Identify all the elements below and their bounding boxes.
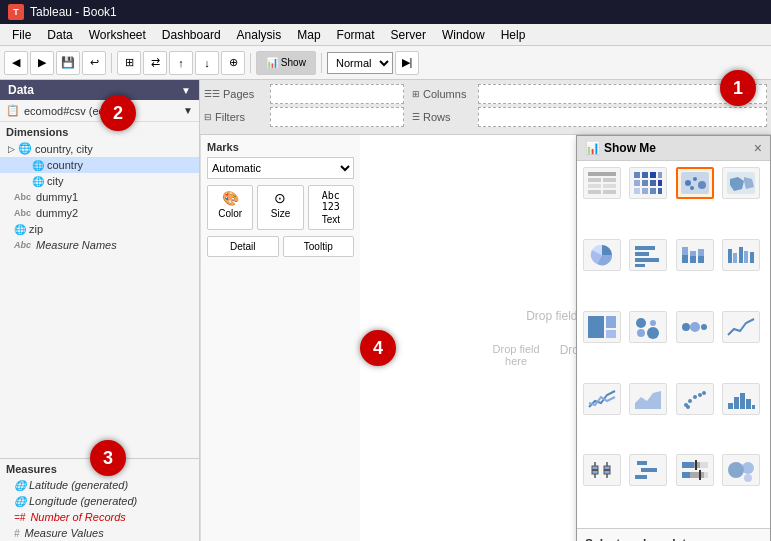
svg-point-22 [698, 181, 706, 189]
svg-rect-0 [588, 172, 616, 176]
svg-rect-38 [739, 247, 743, 263]
dim-country-city-label: country, city [35, 143, 93, 155]
filters-shelf-row: ⊟ Filters [204, 107, 404, 127]
dim-zip[interactable]: 🌐 zip [0, 221, 199, 237]
new-worksheet-button[interactable]: ⊞ [117, 51, 141, 75]
marks-color-btn[interactable]: 🎨 Color [207, 185, 253, 230]
chart-histogram[interactable] [722, 383, 760, 415]
toolbar-extra[interactable]: ▶| [395, 51, 419, 75]
dim-dummy1-label: dummy1 [36, 191, 78, 203]
marks-text-btn[interactable]: Abc123 Text [308, 185, 354, 230]
chart-packed-bubble[interactable] [722, 454, 760, 486]
show-me-close-button[interactable]: × [754, 140, 762, 156]
measure-values-label: Measure Values [25, 527, 104, 539]
abc-icon-measure-names: Abc [14, 240, 31, 250]
shelf-area: ☰☰ Pages ⊟ Filters [200, 80, 771, 135]
chart-bullet[interactable] [676, 454, 714, 486]
svg-rect-31 [682, 247, 688, 255]
chart-text-table[interactable] [583, 167, 621, 199]
menu-map[interactable]: Map [289, 26, 328, 44]
menu-window[interactable]: Window [434, 26, 493, 44]
dim-measure-names[interactable]: Abc Measure Names [0, 237, 199, 253]
dim-country[interactable]: 🌐 country [0, 157, 199, 173]
dim-country-city[interactable]: ▷ 🌐 country, city [0, 140, 199, 157]
svg-rect-71 [635, 475, 647, 479]
chart-gantt[interactable] [629, 454, 667, 486]
group-button[interactable]: ⊕ [221, 51, 245, 75]
svg-rect-16 [642, 188, 648, 194]
chart-horz-bar[interactable] [629, 239, 667, 271]
undo-button[interactable]: ↩ [82, 51, 106, 75]
swap-button[interactable]: ⇄ [143, 51, 167, 75]
sort-asc-button[interactable]: ↑ [169, 51, 193, 75]
left-panel-spacer [0, 253, 199, 454]
svg-rect-17 [650, 188, 656, 194]
chart-circle[interactable] [629, 311, 667, 343]
dim-city[interactable]: 🌐 city [0, 173, 199, 189]
chart-scatter[interactable] [676, 383, 714, 415]
annotation-4: 4 [360, 330, 396, 366]
toolbar-sep1 [111, 53, 112, 73]
menu-server[interactable]: Server [383, 26, 434, 44]
chart-stacked-bar[interactable] [676, 239, 714, 271]
menu-file[interactable]: File [4, 26, 39, 44]
marks-buttons-grid: 🎨 Color ⊙ Size Abc123 Text [207, 185, 354, 230]
svg-rect-35 [698, 249, 704, 256]
sort-desc-button[interactable]: ↓ [195, 51, 219, 75]
back-button[interactable]: ◀ [4, 51, 28, 75]
marks-type-select[interactable]: Automatic [207, 157, 354, 179]
chart-box[interactable] [583, 454, 621, 486]
svg-rect-6 [603, 190, 616, 194]
data-label: Data [8, 83, 34, 97]
chart-dual-line[interactable] [583, 383, 621, 415]
chart-side-bar[interactable] [722, 239, 760, 271]
globe-icon-country: 🌐 [32, 160, 44, 171]
filters-drop-zone[interactable] [270, 107, 404, 127]
marks-detail-btn[interactable]: Detail [207, 236, 279, 257]
chart-heat-map[interactable] [629, 167, 667, 199]
show-me-footer: Select or drag data Use the Shift or Ctr… [577, 528, 770, 541]
save-button[interactable]: 💾 [56, 51, 80, 75]
chart-treemap[interactable] [583, 311, 621, 343]
menu-worksheet[interactable]: Worksheet [81, 26, 154, 44]
data-source-expand: ▼ [183, 105, 193, 116]
rows-drop-zone[interactable] [478, 107, 767, 127]
marks-header: Marks [207, 141, 354, 153]
svg-point-53 [688, 399, 692, 403]
dim-dummy2[interactable]: Abc dummy2 [0, 205, 199, 221]
menu-dashboard[interactable]: Dashboard [154, 26, 229, 44]
chart-pie[interactable] [583, 239, 621, 271]
measure-values[interactable]: # Measure Values [0, 525, 199, 541]
dim-dummy1[interactable]: Abc dummy1 [0, 189, 199, 205]
menu-format[interactable]: Format [329, 26, 383, 44]
marks-size-btn[interactable]: ⊙ Size [257, 185, 303, 230]
measure-longitude[interactable]: 🌐 Longitude (generated) [0, 493, 199, 509]
title-bar: T Tableau - Book1 [0, 0, 771, 24]
show-me-button[interactable]: 📊 Show [256, 51, 316, 75]
measure-latitude-label: Latitude (generated) [29, 479, 128, 491]
menu-analysis[interactable]: Analysis [229, 26, 290, 44]
menu-data[interactable]: Data [39, 26, 80, 44]
measure-latitude[interactable]: 🌐 Latitude (generated) [0, 477, 199, 493]
chart-side-circle[interactable] [676, 311, 714, 343]
data-header-expand[interactable]: ▼ [181, 85, 191, 96]
hash-icon-values: # [14, 528, 20, 539]
pages-drop-zone[interactable] [270, 84, 404, 104]
menu-help[interactable]: Help [493, 26, 534, 44]
marks-tooltip-btn[interactable]: Tooltip [283, 236, 355, 257]
chart-line[interactable] [722, 311, 760, 343]
svg-rect-13 [650, 180, 656, 186]
forward-button[interactable]: ▶ [30, 51, 54, 75]
columns-shelf-row: ⊞ Columns [412, 84, 767, 104]
chart-area[interactable] [629, 383, 667, 415]
toolbar-sep3 [321, 53, 322, 73]
show-me-chart-grid [577, 161, 770, 528]
measure-num-records[interactable]: =# Number of Records [0, 509, 199, 525]
svg-rect-39 [744, 251, 748, 263]
drop-hint-left: Drop fieldhere [493, 343, 540, 367]
chart-symbol-map[interactable] [676, 167, 714, 199]
svg-rect-58 [728, 403, 733, 409]
dim-dummy2-label: dummy2 [36, 207, 78, 219]
view-select[interactable]: Normal [327, 52, 393, 74]
chart-filled-map[interactable] [722, 167, 760, 199]
